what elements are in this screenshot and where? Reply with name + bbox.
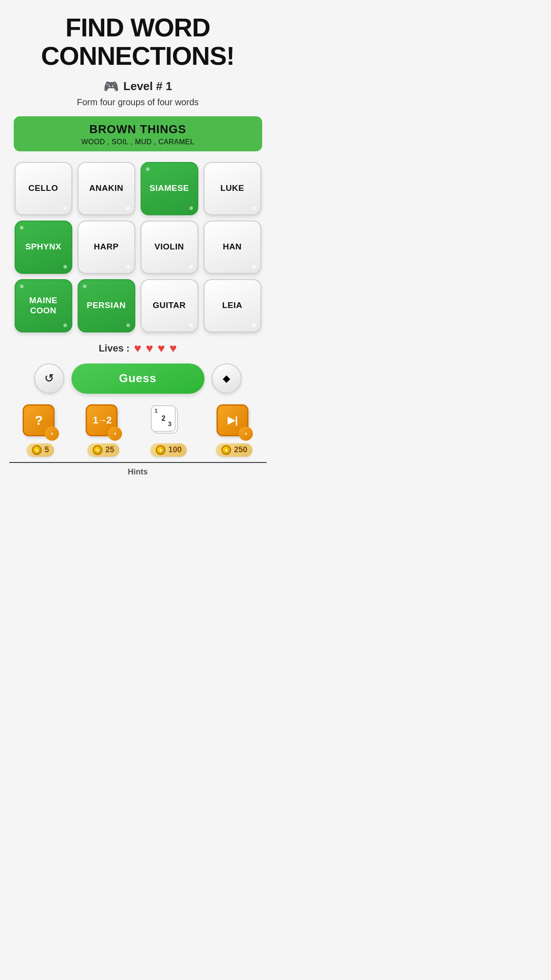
word-tile-10[interactable]: GUITAR	[141, 279, 198, 332]
word-tile-9[interactable]: PERSIAN	[78, 279, 135, 332]
hint-reveal-wrap: 4 1 3 2	[149, 404, 189, 440]
hint-skip[interactable]: ▶| ● 250	[216, 404, 252, 457]
lives-row: Lives : ♥ ♥ ♥ ♥	[98, 341, 177, 356]
eraser-button[interactable]: ◆	[212, 364, 242, 394]
controls-row: ↺ Guess ◆	[34, 364, 242, 394]
hint-question-cost: 5	[27, 443, 54, 457]
tile-label-9: PERSIAN	[87, 300, 126, 311]
tile-label-8: MAINE COON	[29, 296, 58, 316]
tile-label-4: SPHYNX	[25, 242, 61, 252]
word-tile-1[interactable]: ANAKIN	[78, 162, 135, 215]
hint-items-row: ? ● 5 1→2 ● 25	[9, 404, 267, 457]
tile-label-7: HAN	[223, 242, 242, 252]
hint-reveal-cost-label: 100	[168, 445, 181, 454]
revealed-category: BROWN THINGS	[23, 122, 253, 136]
coin-icon-3	[156, 445, 165, 455]
heart-4: ♥	[169, 341, 177, 356]
shuffle-icon: ↺	[44, 371, 54, 385]
app-title: FIND WORD CONNECTIONS!	[41, 13, 235, 70]
hint-question-cost-label: 5	[44, 445, 49, 454]
hint-question-wrap: ? ●	[23, 404, 58, 440]
tile-label-11: LEIA	[222, 300, 242, 311]
level-text: Level # 1	[123, 79, 172, 93]
hint-question-badge: ●	[45, 427, 59, 441]
level-icon: 🎮	[103, 79, 119, 94]
heart-3: ♥	[157, 341, 165, 356]
tile-label-10: GUITAR	[153, 300, 185, 311]
hint-skip-badge: ●	[239, 427, 253, 441]
revealed-words: WOOD , SOIL , MUD , CARAMEL	[23, 138, 253, 146]
hint-reveal-cost: 100	[150, 443, 187, 457]
tile-label-2: SIAMESE	[150, 183, 189, 194]
hint-swap-cost: 25	[87, 443, 119, 457]
word-tile-3[interactable]: LUKE	[204, 162, 261, 215]
hints-label: Hints	[128, 467, 148, 477]
word-tile-4[interactable]: SPHYNX	[15, 221, 72, 274]
word-tile-0[interactable]: CELLO	[15, 162, 72, 215]
tile-label-0: CELLO	[28, 183, 58, 194]
heart-1: ♥	[134, 341, 142, 356]
hint-swap[interactable]: 1→2 ● 25	[86, 404, 121, 457]
word-tile-8[interactable]: MAINE COON	[15, 279, 72, 332]
subtitle: Form four groups of four words	[77, 97, 199, 107]
revealed-banner: BROWN THINGS WOOD , SOIL , MUD , CARAMEL	[14, 116, 262, 151]
hint-skip-wrap: ▶| ●	[216, 404, 252, 440]
tile-label-5: HARP	[94, 242, 119, 252]
word-tile-7[interactable]: HAN	[204, 221, 261, 274]
coin-icon-4	[221, 445, 231, 455]
word-grid: CELLOANAKINSIAMESELUKESPHYNXHARPVIOLINHA…	[15, 162, 261, 332]
heart-2: ♥	[146, 341, 153, 356]
tile-label-6: VIOLIN	[154, 242, 184, 252]
hint-swap-wrap: 1→2 ●	[86, 404, 121, 440]
level-row: 🎮 Level # 1	[103, 79, 172, 94]
tile-label-1: ANAKIN	[89, 183, 123, 194]
hint-swap-cost-label: 25	[105, 445, 114, 454]
hints-divider	[9, 462, 267, 463]
hint-question[interactable]: ? ● 5	[23, 404, 58, 457]
coin-icon-1	[32, 445, 42, 455]
word-tile-6[interactable]: VIOLIN	[141, 221, 198, 274]
title-line2: CONNECTIONS!	[41, 41, 235, 70]
shuffle-button[interactable]: ↺	[34, 364, 64, 394]
hint-reveal-stack: 4 1 3 2	[149, 404, 184, 436]
word-tile-2[interactable]: SIAMESE	[141, 162, 198, 215]
hint-skip-cost-label: 250	[234, 445, 247, 454]
word-tile-11[interactable]: LEIA	[204, 279, 261, 332]
tile-label-3: LUKE	[220, 183, 244, 194]
lives-label: Lives :	[98, 343, 130, 354]
guess-button[interactable]: Guess	[71, 364, 205, 394]
coin-icon-2	[93, 445, 102, 455]
eraser-icon: ◆	[223, 373, 230, 384]
hint-reveal[interactable]: 4 1 3 2 100	[149, 404, 189, 457]
hint-skip-cost: 250	[216, 443, 252, 457]
word-tile-5[interactable]: HARP	[78, 221, 135, 274]
hints-section: ? ● 5 1→2 ● 25	[9, 404, 267, 477]
title-line1: FIND WORD	[65, 13, 210, 42]
hint-swap-badge: ●	[108, 427, 122, 441]
